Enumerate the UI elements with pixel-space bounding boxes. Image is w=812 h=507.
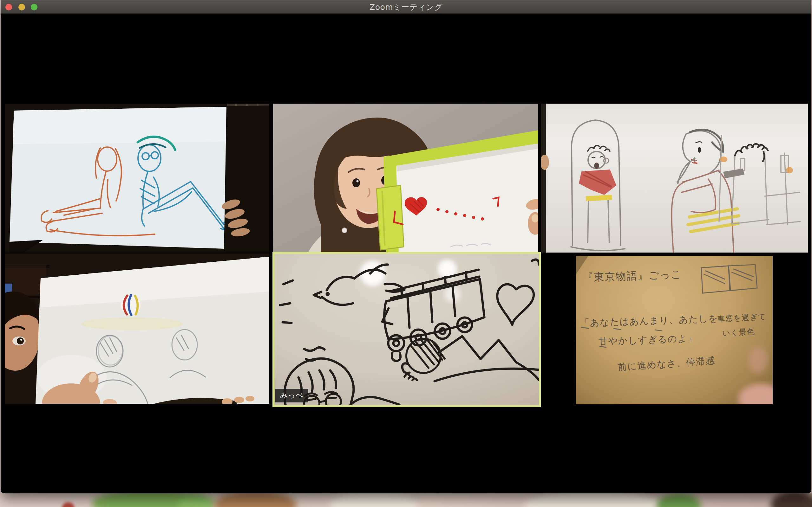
notes-paper: 『東京物語』ごっこ 「あなたはあんまり、あたしを 甘やかしすぎるのよ」 車窓を過… (576, 256, 773, 404)
active-speaker-name: みっぺ (280, 391, 304, 399)
video-tile-top-right[interactable] (541, 104, 808, 252)
wallpaper-green-shape (657, 493, 701, 507)
video-tile-top-middle[interactable] (273, 104, 538, 252)
video-tile-bottom-right[interactable]: 『東京物語』ごっこ 「あなたはあんまり、あたしを 甘やかしすぎるのよ」 車窓を過… (541, 253, 808, 406)
wallpaper-dark-shape (771, 493, 812, 507)
crayon-figures-drawing (541, 104, 808, 252)
window-title: Zoomミーティング (1, 0, 811, 14)
wallpaper-red-shape (62, 502, 74, 507)
woman-with-heart-board (273, 104, 538, 252)
video-tile-active-speaker[interactable]: みっぺ (272, 252, 541, 407)
titlebar: Zoomミーティング (1, 0, 811, 14)
couple-sketch-drawing (5, 104, 269, 252)
wallpaper-visible-strip (0, 493, 812, 507)
video-tile-top-left[interactable] (5, 104, 269, 252)
wallpaper-white-band (523, 493, 663, 507)
wallpaper-brown-shape (214, 493, 297, 507)
video-tile-bottom-left[interactable] (5, 253, 269, 404)
whiteboard-marker-drawing (274, 254, 539, 405)
wallpaper-cream-shape (330, 493, 419, 507)
zoom-meeting-window: Zoomミーティング (1, 0, 811, 493)
note-side-line2: いく景色 (722, 326, 755, 338)
name-badge: みっぺ (275, 389, 308, 402)
pencil-sketch-with-ball (5, 253, 269, 404)
